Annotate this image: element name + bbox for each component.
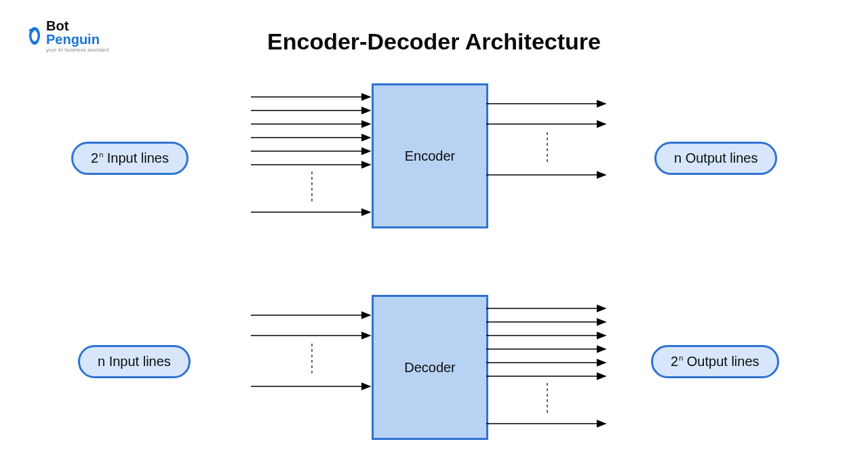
encoder-output-label: n Output lines <box>654 142 777 175</box>
decoder-output-arrows <box>486 295 608 437</box>
encoder-output-text: n Output lines <box>674 150 757 165</box>
encoder-input-label: 2n Input lines <box>71 142 189 175</box>
encoder-box: Encoder <box>372 83 488 228</box>
encoder-output-arrows <box>486 83 608 226</box>
encoder-box-label: Encoder <box>405 148 456 164</box>
decoder-output-suffix: Output lines <box>683 354 759 369</box>
decoder-input-text: n Input lines <box>98 354 171 369</box>
decoder-output-label: 2n Output lines <box>651 345 779 378</box>
diagram-title: Encoder-Decoder Architecture <box>0 28 868 55</box>
decoder-output-base: 2 <box>671 354 678 369</box>
encoder-input-base: 2 <box>91 150 98 165</box>
decoder-box-label: Decoder <box>404 360 456 376</box>
encoder-input-arrows <box>251 83 373 226</box>
decoder-input-label: n Input lines <box>78 345 191 378</box>
decoder-input-arrows <box>251 295 373 437</box>
decoder-box: Decoder <box>372 295 488 440</box>
encoder-input-suffix: Input lines <box>103 150 169 165</box>
